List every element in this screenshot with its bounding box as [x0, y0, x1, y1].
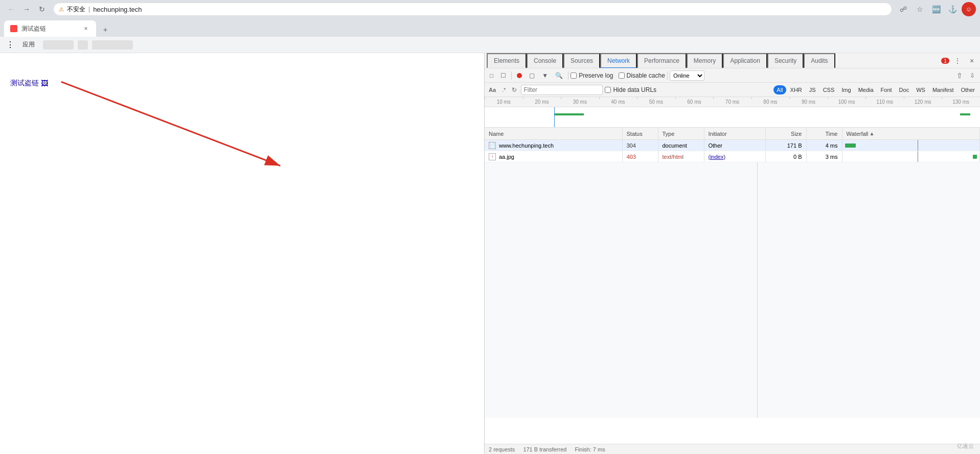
svg-line-1 [61, 82, 281, 165]
search-button[interactable] [514, 70, 525, 81]
filter-tag-css[interactable]: CSS [820, 85, 838, 94]
tab-title: 测试盗链 [21, 25, 78, 33]
tab-audits[interactable]: Audits [804, 53, 835, 68]
row2-initiator[interactable]: (index) [709, 154, 726, 160]
extension-button[interactable]: 🆕 [929, 2, 943, 16]
hide-data-urls-checkbox[interactable] [605, 87, 611, 93]
timeline-ruler: 10 ms 20 ms 30 ms 40 ms 50 ms 60 ms 70 m… [485, 97, 980, 107]
row2-initiator-cell: (index) [704, 151, 766, 162]
row1-file-icon: 📄 [489, 142, 496, 149]
filter-tag-ws[interactable]: WS [913, 85, 928, 94]
screenshot-button[interactable]: ☍ [896, 2, 910, 16]
col-header-type[interactable]: Type [658, 128, 704, 139]
refresh-filter-button[interactable]: ↻ [510, 85, 519, 95]
network-table: Name Status Type Initiator Size Time [485, 128, 980, 444]
filter-tag-other[interactable]: Other [958, 85, 978, 94]
active-tab[interactable]: 测试盗链 × [4, 20, 96, 37]
bookmarks-bar: ⋮ 应用 [0, 37, 980, 53]
tick-40ms: 40 ms [599, 99, 637, 105]
filter-tag-manifest[interactable]: Manifest [929, 85, 957, 94]
row1-size-cell: 171 B [766, 140, 807, 151]
status-size: 171 B transferred [523, 446, 566, 452]
col-header-waterfall[interactable]: Waterfall ▲ [842, 128, 981, 139]
tab-console[interactable]: Console [527, 53, 563, 68]
col-header-time[interactable]: Time [807, 128, 842, 139]
stop-button[interactable]: ▢ [526, 70, 538, 81]
filter-tag-doc[interactable]: Doc [896, 85, 913, 94]
tick-20ms: 20 ms [523, 99, 561, 105]
row1-name-cell: 📄 www.hechunping.tech [485, 140, 623, 151]
new-tab-button[interactable]: + [98, 22, 112, 37]
filter-input[interactable] [523, 86, 600, 93]
tab-security[interactable]: Security [767, 53, 804, 68]
filter-tag-all[interactable]: All [773, 85, 786, 94]
search-network-button[interactable]: 🔍 [552, 70, 566, 81]
bookmark-button[interactable]: ☆ [913, 2, 927, 16]
bookmark-placeholder-3 [92, 40, 133, 50]
hide-data-urls-label[interactable]: Hide data URLs [605, 86, 656, 93]
page-content: 测试盗链 🖼 Elements Console Sources Network … [0, 53, 980, 454]
case-sensitive-button[interactable]: Aa [487, 85, 498, 95]
page-link-text: 测试盗链 [10, 79, 39, 88]
col-header-name[interactable]: Name [485, 128, 623, 139]
tab-application[interactable]: Application [723, 53, 767, 68]
tab-network[interactable]: Network [600, 53, 637, 68]
filter-tag-img[interactable]: Img [838, 85, 854, 94]
devtools-statusbar: 2 requests 171 B transferred Finish: 7 m… [485, 444, 980, 454]
regex-button[interactable]: .* [500, 85, 508, 95]
devtools-tabs: Elements Console Sources Network Perform… [485, 53, 980, 68]
devtools-close-button[interactable]: × [966, 55, 978, 67]
filter-tag-media[interactable]: Media [855, 85, 877, 94]
tick-120ms: 120 ms [904, 99, 942, 105]
status-requests: 2 requests [489, 446, 515, 452]
filter-tag-xhr[interactable]: XHR [787, 85, 805, 94]
row2-time: 3 ms [826, 154, 838, 160]
apps-icon: ⋮ [6, 40, 14, 50]
status-time: Finish: 7 ms [575, 446, 605, 452]
table-row[interactable]: ! aa.jpg 403 text/html (index) 0 B 3 ms [485, 151, 980, 162]
row2-type: text/html [663, 154, 684, 160]
preserve-log-label[interactable]: Preserve log [571, 72, 613, 79]
export-har-button[interactable]: ⇩ [967, 70, 978, 81]
table-row[interactable]: 📄 www.hechunping.tech 304 document Other… [485, 140, 980, 151]
toolbar-separator-2 [568, 71, 568, 80]
security-label: 不安全 [67, 5, 85, 14]
tab-sources[interactable]: Sources [563, 53, 600, 68]
filter-tag-font[interactable]: Font [878, 85, 895, 94]
row1-status-cell: 304 [623, 140, 658, 151]
tab-memory[interactable]: Memory [687, 53, 723, 68]
import-har-button[interactable]: ⇧ [953, 70, 966, 81]
reload-button[interactable]: ↻ [35, 2, 49, 16]
avatar-button[interactable]: ☺ [962, 2, 976, 16]
filter-network-button[interactable]: ▼ [539, 70, 551, 81]
preserve-log-checkbox[interactable] [571, 73, 577, 79]
security-icon: ⚠ [59, 6, 64, 13]
col-header-initiator[interactable]: Initiator [704, 128, 766, 139]
col-header-size[interactable]: Size [766, 128, 807, 139]
sort-icon: ▲ [870, 131, 875, 136]
forward-button[interactable]: → [19, 2, 34, 16]
device-mode-button[interactable]: ☐ [497, 70, 509, 81]
devtools-more-button[interactable]: ⋮ [951, 55, 964, 67]
tab-close-button[interactable]: × [82, 25, 90, 33]
disable-cache-checkbox[interactable] [619, 73, 625, 79]
row1-type: document [663, 142, 687, 149]
address-bar[interactable]: ⚠ 不安全 | hechunping.tech [53, 3, 892, 16]
tab-elements[interactable]: Elements [487, 53, 527, 68]
row2-size: 0 B [793, 154, 802, 160]
back-button[interactable]: ← [4, 2, 18, 16]
row1-name: www.hechunping.tech [499, 142, 554, 149]
sync-button[interactable]: ⚓ [945, 2, 960, 16]
network-throttle-select[interactable]: Online Fast 3G Slow 3G Offline [670, 70, 704, 81]
tab-performance[interactable]: Performance [637, 53, 687, 68]
page-link[interactable]: 测试盗链 🖼 [10, 79, 48, 88]
tick-30ms: 30 ms [561, 99, 599, 105]
bookmark-placeholder-2 [78, 40, 88, 50]
row1-type-cell: document [658, 140, 704, 151]
col-header-status[interactable]: Status [623, 128, 658, 139]
apps-bookmark[interactable]: 应用 [18, 39, 39, 50]
row2-wf-bar [973, 155, 977, 159]
filter-tag-js[interactable]: JS [806, 85, 819, 94]
disable-cache-label[interactable]: Disable cache [619, 72, 665, 79]
inspect-element-button[interactable]: □ [487, 70, 496, 81]
